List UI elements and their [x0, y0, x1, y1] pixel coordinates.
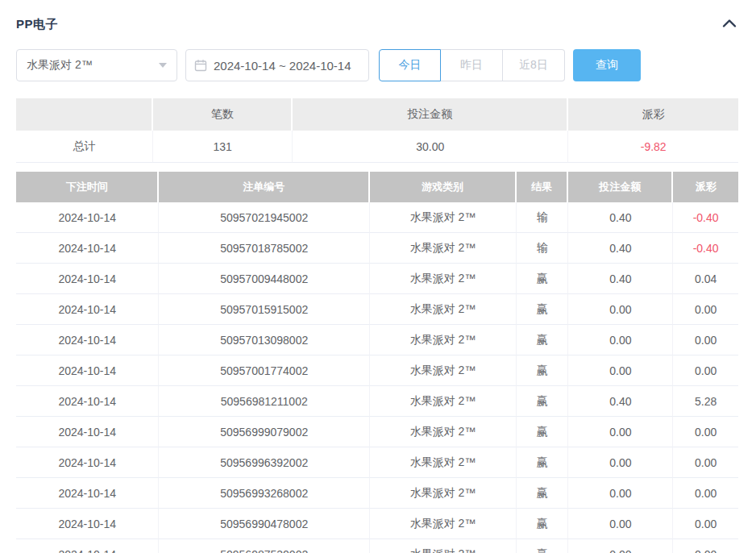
- cell-result: 赢: [517, 386, 569, 417]
- calendar-icon: [194, 59, 207, 72]
- cell-game-type: 水果派对 2™: [370, 478, 517, 509]
- header-bet-time: 下注时间: [16, 172, 159, 202]
- filter-bar: 水果派对 2™ 2024-10-14 ~ 2024-10-14 今日 昨日 近8…: [16, 49, 738, 81]
- cell-order-id: 50956990478002: [159, 509, 370, 539]
- records-panel: PP电子 水果派对 2™ 2024-10-14 ~ 2024-10-14 今日 …: [0, 0, 756, 553]
- table-row: 2024-10-1450956987530002水果派对 2™赢0.000.00: [16, 539, 738, 553]
- collapse-button[interactable]: [721, 15, 738, 33]
- table-row: 2024-10-1450957021945002水果派对 2™输0.40-0.4…: [16, 202, 738, 233]
- cell-bet-time: 2024-10-14: [16, 325, 159, 356]
- cell-bet-amount: 0.40: [568, 233, 673, 264]
- cell-payout: 0.04: [673, 264, 738, 294]
- chevron-down-icon: [159, 63, 167, 68]
- cell-bet-amount: 0.40: [568, 386, 673, 417]
- cell-game-type: 水果派对 2™: [370, 264, 517, 294]
- today-button[interactable]: 今日: [379, 49, 441, 81]
- date-range-input[interactable]: 2024-10-14 ~ 2024-10-14: [185, 49, 369, 81]
- cell-result: 赢: [517, 294, 569, 325]
- cell-order-id: 50957021945002: [159, 202, 370, 233]
- table-row: 2024-10-1450957001774002水果派对 2™赢0.000.00: [16, 356, 738, 386]
- cell-payout: 0.00: [673, 539, 738, 553]
- game-select[interactable]: 水果派对 2™: [16, 49, 177, 81]
- cell-bet-amount: 0.00: [568, 539, 673, 553]
- cell-payout: 5.28: [673, 386, 738, 417]
- cell-payout: -0.40: [673, 202, 738, 233]
- search-button[interactable]: 查询: [573, 49, 641, 81]
- cell-payout: 0.00: [673, 294, 738, 325]
- cell-bet-amount: 0.00: [568, 509, 673, 539]
- summary-total-bet-amount: 30.00: [293, 131, 568, 163]
- cell-bet-time: 2024-10-14: [16, 356, 159, 386]
- cell-game-type: 水果派对 2™: [370, 233, 517, 264]
- cell-bet-time: 2024-10-14: [16, 478, 159, 509]
- table-row: 2024-10-1450957015915002水果派对 2™赢0.000.00: [16, 294, 738, 325]
- header-bet-amount: 投注金额: [568, 172, 673, 202]
- summary-total-payout: -9.82: [568, 131, 738, 163]
- game-select-value: 水果派对 2™: [27, 58, 93, 73]
- cell-order-id: 50956981211002: [159, 386, 370, 417]
- cell-bet-amount: 0.00: [568, 417, 673, 447]
- header-game-type: 游戏类别: [370, 172, 517, 202]
- cell-bet-time: 2024-10-14: [16, 386, 159, 417]
- summary-total-row: 总计 131 30.00 -9.82: [16, 131, 738, 163]
- cell-payout: 0.00: [673, 447, 738, 478]
- cell-payout: 0.00: [673, 509, 738, 539]
- cell-game-type: 水果派对 2™: [370, 447, 517, 478]
- cell-bet-amount: 0.40: [568, 264, 673, 294]
- summary-header-count: 笔数: [153, 98, 293, 131]
- cell-bet-amount: 0.00: [568, 478, 673, 509]
- table-row: 2024-10-1450956990478002水果派对 2™赢0.000.00: [16, 509, 738, 539]
- summary-header-row: 笔数 投注金额 派彩: [16, 98, 738, 131]
- cell-bet-time: 2024-10-14: [16, 509, 159, 539]
- last-8-days-button[interactable]: 近8日: [503, 49, 565, 81]
- chevron-up-icon: [722, 17, 737, 31]
- cell-payout: 0.00: [673, 478, 738, 509]
- cell-result: 赢: [517, 539, 569, 553]
- cell-game-type: 水果派对 2™: [370, 202, 517, 233]
- cell-order-id: 50956996392002: [159, 447, 370, 478]
- cell-order-id: 50957015915002: [159, 294, 370, 325]
- cell-game-type: 水果派对 2™: [370, 509, 517, 539]
- cell-result: 赢: [517, 325, 569, 356]
- table-row: 2024-10-1450956993268002水果派对 2™赢0.000.00: [16, 478, 738, 509]
- summary-header-payout: 派彩: [568, 98, 738, 131]
- cell-result: 赢: [517, 447, 569, 478]
- cell-payout: 0.00: [673, 417, 738, 447]
- summary-table: 笔数 投注金额 派彩 总计 131 30.00 -9.82: [16, 98, 738, 163]
- header-payout: 派彩: [673, 172, 738, 202]
- summary-total-label: 总计: [16, 131, 153, 163]
- cell-bet-time: 2024-10-14: [16, 417, 159, 447]
- cell-payout: 0.00: [673, 325, 738, 356]
- summary-header-bet-amount: 投注金额: [293, 98, 568, 131]
- cell-result: 输: [517, 233, 569, 264]
- cell-bet-time: 2024-10-14: [16, 233, 159, 264]
- quick-range-group: 今日 昨日 近8日: [379, 49, 565, 81]
- cell-bet-time: 2024-10-14: [16, 447, 159, 478]
- detail-header-row: 下注时间 注单编号 游戏类别 结果 投注金额 派彩: [16, 172, 738, 202]
- yesterday-button[interactable]: 昨日: [441, 49, 503, 81]
- header-order-id: 注单编号: [159, 172, 370, 202]
- cell-game-type: 水果派对 2™: [370, 356, 517, 386]
- cell-bet-amount: 0.00: [568, 356, 673, 386]
- date-range-value: 2024-10-14 ~ 2024-10-14: [214, 59, 351, 73]
- cell-order-id: 50957013098002: [159, 325, 370, 356]
- table-row: 2024-10-1450957018785002水果派对 2™输0.40-0.4…: [16, 233, 738, 264]
- cell-result: 赢: [517, 509, 569, 539]
- cell-order-id: 50957009448002: [159, 264, 370, 294]
- cell-bet-time: 2024-10-14: [16, 539, 159, 553]
- cell-game-type: 水果派对 2™: [370, 294, 517, 325]
- cell-bet-time: 2024-10-14: [16, 202, 159, 233]
- cell-order-id: 50956993268002: [159, 478, 370, 509]
- cell-result: 输: [517, 202, 569, 233]
- table-row: 2024-10-1450956999079002水果派对 2™赢0.000.00: [16, 417, 738, 447]
- cell-bet-amount: 0.00: [568, 447, 673, 478]
- summary-total-count: 131: [153, 131, 293, 163]
- cell-bet-time: 2024-10-14: [16, 294, 159, 325]
- cell-result: 赢: [517, 478, 569, 509]
- cell-order-id: 50957018785002: [159, 233, 370, 264]
- cell-result: 赢: [517, 417, 569, 447]
- panel-header: PP电子: [16, 15, 738, 34]
- cell-game-type: 水果派对 2™: [370, 325, 517, 356]
- cell-order-id: 50956999079002: [159, 417, 370, 447]
- header-result: 结果: [517, 172, 569, 202]
